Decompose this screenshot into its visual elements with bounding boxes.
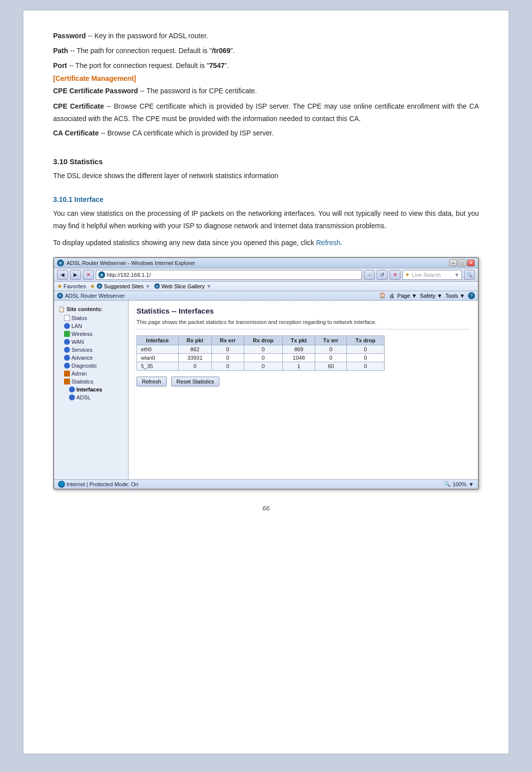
table-cell: 862 <box>178 345 211 353</box>
favorites-label: Favorites <box>64 283 86 289</box>
wireless-icon <box>64 331 70 337</box>
status-left: 🌐 Internet | Protected Mode: On <box>58 481 138 488</box>
table-cell: 869 <box>282 345 315 353</box>
refresh-nav-button[interactable]: ↺ <box>377 270 388 280</box>
table-cell: 1 <box>282 362 315 370</box>
refresh-button[interactable]: Refresh <box>136 377 167 386</box>
search-go-button[interactable]: 🔍 <box>464 270 475 280</box>
section-310: 3.10 Statistics The DSL device shows the… <box>53 157 479 182</box>
table-cell: 0 <box>315 353 346 362</box>
diagnostic-icon <box>64 363 70 369</box>
suggested-star-icon: ★ <box>90 283 95 290</box>
stop-button[interactable]: ✕ <box>83 270 94 280</box>
sidebar-item-statistics[interactable]: Statistics <box>54 378 128 386</box>
sidebar-item-services[interactable]: Services <box>54 346 128 354</box>
search-bar[interactable]: ✦ Live Search ▼ <box>402 270 462 280</box>
webslice-arrow-icon: ▼ <box>206 283 211 289</box>
subsection-title: 3.10.1 Interface <box>53 195 479 203</box>
subsection-para1: You can view statistics on the processin… <box>53 207 479 232</box>
stop-nav-button[interactable]: ✕ <box>390 270 400 280</box>
status-text: Internet | Protected Mode: On <box>66 481 138 487</box>
interfaces-icon <box>69 386 75 392</box>
cpe-cert-pass-line: CPE Certificate Password -- The password… <box>53 85 479 97</box>
services-icon <box>64 347 70 353</box>
forward-button[interactable]: ▶ <box>70 270 81 280</box>
wan-label: WAN <box>71 339 84 345</box>
sidebar-item-adsl[interactable]: ADSL <box>54 393 128 401</box>
period: . <box>340 239 342 247</box>
tab-item[interactable]: e ADSL Router Webserver <box>57 293 125 299</box>
advance-icon <box>64 355 70 361</box>
browser-titlebar: e ADSL Router Webserver - Windows Intern… <box>54 258 478 268</box>
tab-ie-icon: e <box>57 293 63 299</box>
favorites-bar: ★ Favorites ★ e Suggested Sites ▼ e Web … <box>54 282 478 291</box>
refresh-link[interactable]: Refresh <box>316 239 340 247</box>
safety-menu[interactable]: Safety ▼ <box>420 293 442 299</box>
site-contents-title: 📋 Site contents: <box>54 305 128 314</box>
table-row: eth08620086900 <box>137 345 385 353</box>
tools-menu[interactable]: Tools ▼ <box>445 293 465 299</box>
suggested-sites-label: Suggested Sites <box>104 283 143 289</box>
title-left: e ADSL Router Webserver - Windows Intern… <box>57 259 195 266</box>
web-slice-item[interactable]: e Web Slice Gallery ▼ <box>154 283 211 289</box>
lan-icon <box>64 323 70 329</box>
cpe-cert-label: CPE Certificate <box>53 102 104 110</box>
path-line: Path -- The path for connection request.… <box>53 45 479 57</box>
admin-icon <box>64 371 70 377</box>
sidebar-item-interfaces[interactable]: Interfaces <box>54 386 128 393</box>
minimize-button[interactable]: ─ <box>449 259 457 266</box>
wan-icon <box>64 339 70 345</box>
sidebar-item-wan[interactable]: WAN <box>54 338 128 346</box>
help-button[interactable]: ? <box>468 292 475 299</box>
table-cell: 0 <box>346 345 384 353</box>
home-icon[interactable]: 🏠 <box>379 292 386 299</box>
table-cell: 0 <box>244 353 282 362</box>
suggested-sites-item[interactable]: ★ e Suggested Sites ▼ <box>90 283 150 290</box>
password-line: Password -- Key in the password for ADSL… <box>53 30 479 42</box>
maximize-button[interactable]: □ <box>458 259 466 266</box>
col-tx-pkt: Tx pkt <box>282 335 315 345</box>
go-button[interactable]: → <box>364 270 375 280</box>
favorites-item[interactable]: ★ Favorites <box>57 283 86 290</box>
table-cell: 0 <box>211 353 244 362</box>
web-slice-label: Web Slice Gallery <box>161 283 204 289</box>
reset-statistics-button[interactable]: Reset Statistics <box>171 377 220 386</box>
sidebar-item-admin[interactable]: Admin <box>54 370 128 378</box>
sidebar-item-lan[interactable]: LAN <box>54 322 128 330</box>
cpe-cert-desc: -- Browse CPE certificate which is provi… <box>53 102 479 123</box>
sidebar-item-wireless[interactable]: Wireless <box>54 330 128 338</box>
path-label: Path <box>53 47 68 55</box>
suggested-ie-icon: e <box>97 283 102 289</box>
col-rx-drop: Rx drop <box>244 335 282 345</box>
close-button[interactable]: ✕ <box>467 259 475 266</box>
port-line: Port -- The port for connection request.… <box>53 60 479 72</box>
page-number: 66 <box>53 505 479 512</box>
sidebar-item-advance[interactable]: Advance <box>54 354 128 362</box>
port-desc: -- The port for connection request. Defa… <box>69 62 229 69</box>
address-ie-icon: e <box>98 271 105 278</box>
port-label: Port <box>53 62 67 69</box>
back-button[interactable]: ◀ <box>57 270 68 280</box>
col-interface: Interface <box>137 335 179 345</box>
ca-cert-desc: -- Browse CA certificate which is provid… <box>101 129 273 137</box>
print-icon[interactable]: 🖨 <box>389 293 395 299</box>
zoom-arrow: ▼ <box>468 481 474 487</box>
browser-statusbar: 🌐 Internet | Protected Mode: On 🔍 100% ▼ <box>54 479 478 489</box>
col-rx-pkt: Rx pkt <box>178 335 211 345</box>
table-cell: 0 <box>211 362 244 370</box>
table-cell: eth0 <box>137 345 179 353</box>
browser-window: e ADSL Router Webserver - Windows Intern… <box>53 257 479 490</box>
adsl-label: ADSL <box>76 394 91 400</box>
ca-cert-label: CA Certificate <box>53 129 99 137</box>
page-description: This page shows the packet statistics fo… <box>136 319 470 329</box>
site-contents-label: Site contents: <box>66 306 103 312</box>
favorites-star-icon: ★ <box>57 283 63 290</box>
lan-label: LAN <box>71 323 82 329</box>
content-bar: e ADSL Router Webserver 🏠 🖨 Page ▼ Safet… <box>54 291 478 301</box>
address-bar[interactable]: e http://192.168.1.1/ <box>96 270 362 280</box>
sidebar-item-status[interactable]: Status <box>54 314 128 322</box>
table-cell: 1048 <box>282 353 315 362</box>
page-menu[interactable]: Page ▼ <box>398 293 417 299</box>
sidebar-item-diagnostic[interactable]: Diagnostic <box>54 362 128 370</box>
window-controls: ─ □ ✕ <box>449 259 475 266</box>
